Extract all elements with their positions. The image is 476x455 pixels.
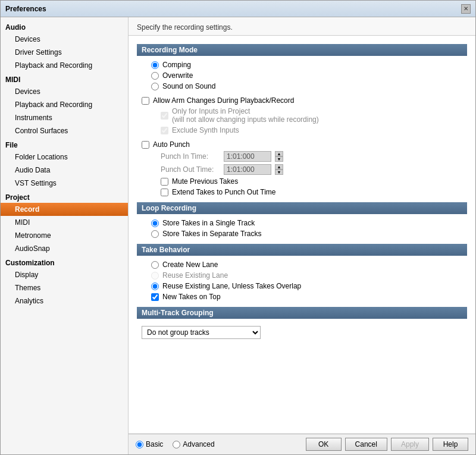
bottom-right: OK Cancel Apply Help — [306, 438, 468, 451]
sidebar-item-midi-instruments[interactable]: Instruments — [1, 111, 128, 124]
punch-in-up[interactable]: ▲ — [275, 151, 283, 156]
recording-mode-sound-on-sound-row: Sound on Sound — [137, 81, 467, 92]
punch-out-row: Punch Out Time: ▲ ▼ — [137, 163, 467, 176]
sidebar-item-custom-display[interactable]: Display — [1, 268, 128, 281]
auto-punch-checkbox[interactable] — [142, 141, 149, 149]
extend-takes-row: Extend Takes to Punch Out Time — [137, 187, 467, 197]
punch-in-row: Punch In Time: ▲ ▼ — [137, 150, 467, 163]
sidebar-item-midi-playback[interactable]: Playback and Recording — [1, 98, 128, 111]
only-inputs-row: Only for Inputs in Project (will not all… — [137, 106, 467, 125]
recording-mode-comping-row: Comping — [137, 59, 467, 70]
tb-new-lane-row: Create New Lane — [137, 259, 467, 270]
mute-prev-label[interactable]: Mute Previous Takes — [172, 177, 238, 186]
lr-single-row: Store Takes in a Single Track — [137, 218, 467, 228]
ok-button[interactable]: OK — [306, 438, 342, 451]
punch-in-label: Punch In Time: — [161, 152, 220, 161]
sidebar-item-project-audiosnap[interactable]: AudioSnap — [1, 242, 128, 255]
recording-mode-comping-radio[interactable] — [151, 61, 159, 69]
tb-reuse-unless-radio[interactable] — [151, 283, 159, 290]
recording-mode-sos-label[interactable]: Sound on Sound — [162, 82, 215, 90]
punch-out-spinner[interactable]: ▲ ▼ — [275, 164, 283, 175]
sidebar-group-audio: Audio — [1, 20, 128, 33]
punch-in-down[interactable]: ▼ — [275, 156, 283, 162]
lr-separate-label[interactable]: Store Takes in Separate Tracks — [162, 230, 262, 238]
cancel-button[interactable]: Cancel — [345, 438, 387, 451]
section-multi-track: Multi-Track Grouping — [137, 307, 467, 319]
basic-radio-label[interactable]: Basic — [136, 440, 163, 448]
bottom-bar: Basic Advanced OK Cancel Apply Help — [129, 434, 475, 454]
punch-out-label: Punch Out Time: — [161, 165, 220, 174]
sidebar-item-midi-devices[interactable]: Devices — [1, 85, 128, 98]
sidebar-item-file-audio[interactable]: Audio Data — [1, 164, 128, 177]
sidebar-item-audio-driver[interactable]: Driver Settings — [1, 46, 128, 59]
sidebar-group-customization: Customization — [1, 255, 128, 268]
group-tracks-row: Do not group tracks Group all tracks Gro… — [137, 322, 467, 341]
lr-single-radio[interactable] — [151, 219, 159, 227]
section-take-behavior: Take Behavior — [137, 244, 467, 256]
tb-reuse-unless-label[interactable]: Reuse Existing Lane, Unless Takes Overla… — [162, 282, 301, 290]
panel-description: Specify the recording settings. — [129, 17, 475, 36]
sidebar-item-project-midi[interactable]: MIDI — [1, 216, 128, 229]
only-inputs-checkbox — [161, 112, 168, 120]
punch-out-input[interactable] — [224, 164, 271, 175]
punch-out-down[interactable]: ▼ — [275, 170, 283, 175]
sidebar-item-audio-devices[interactable]: Devices — [1, 33, 128, 46]
exclude-synth-label: Exclude Synth Inputs — [172, 126, 239, 134]
extend-takes-label[interactable]: Extend Takes to Punch Out Time — [172, 188, 276, 196]
lr-separate-row: Store Takes in Separate Tracks — [137, 228, 467, 239]
allow-arm-checkbox[interactable] — [142, 97, 149, 105]
sidebar-item-custom-themes[interactable]: Themes — [1, 281, 128, 294]
sidebar-item-custom-analytics[interactable]: Analytics — [1, 294, 128, 307]
allow-arm-label[interactable]: Allow Arm Changes During Playback/Record — [153, 96, 294, 105]
auto-punch-row: Auto Punch — [137, 139, 467, 150]
advanced-label: Advanced — [183, 440, 214, 448]
basic-radio[interactable] — [136, 441, 143, 448]
recording-mode-overwrite-radio[interactable] — [151, 72, 159, 80]
lr-separate-radio[interactable] — [151, 230, 159, 238]
sidebar: Audio Devices Driver Settings Playback a… — [1, 17, 129, 454]
tb-reuse-lane-radio — [151, 272, 159, 280]
new-takes-top-label[interactable]: New Takes on Top — [162, 293, 221, 301]
punch-out-up[interactable]: ▲ — [275, 164, 283, 170]
section-recording-mode: Recording Mode — [137, 44, 467, 56]
recording-mode-sos-radio[interactable] — [151, 83, 159, 90]
panel-content: Recording Mode Comping Overwrite Sound o… — [129, 36, 475, 434]
advanced-radio-label[interactable]: Advanced — [173, 440, 214, 448]
main-panel: Specify the recording settings. Recordin… — [129, 17, 475, 454]
recording-mode-overwrite-label[interactable]: Overwrite — [162, 71, 193, 80]
sidebar-group-midi: MIDI — [1, 72, 128, 85]
mute-prev-row: Mute Previous Takes — [137, 176, 467, 187]
help-button[interactable]: Help — [433, 438, 468, 451]
sidebar-item-midi-control[interactable]: Control Surfaces — [1, 124, 128, 137]
only-inputs-label: Only for Inputs in Project (will not all… — [172, 107, 319, 124]
tb-new-lane-label[interactable]: Create New Lane — [162, 261, 218, 269]
sidebar-item-project-record[interactable]: Record — [1, 203, 128, 216]
sidebar-group-file: File — [1, 137, 128, 150]
close-button[interactable]: ✕ — [461, 4, 471, 14]
new-takes-top-row: New Takes on Top — [137, 291, 467, 302]
exclude-synth-row: Exclude Synth Inputs — [137, 125, 467, 136]
preferences-window: Preferences ✕ Audio Devices Driver Setti… — [0, 0, 476, 455]
sidebar-item-audio-playback[interactable]: Playback and Recording — [1, 59, 128, 72]
tb-reuse-unless-row: Reuse Existing Lane, Unless Takes Overla… — [137, 281, 467, 291]
exclude-synth-checkbox — [161, 127, 168, 134]
sidebar-item-file-folders[interactable]: Folder Locations — [1, 150, 128, 164]
advanced-radio[interactable] — [173, 441, 180, 448]
auto-punch-label[interactable]: Auto Punch — [153, 140, 190, 149]
mute-prev-checkbox[interactable] — [161, 178, 168, 186]
sidebar-item-file-vst[interactable]: VST Settings — [1, 177, 128, 190]
sidebar-item-project-metronome[interactable]: Metronome — [1, 229, 128, 242]
punch-in-input[interactable] — [224, 151, 271, 162]
new-takes-top-checkbox[interactable] — [151, 293, 159, 301]
tb-reuse-lane-row: Reuse Existing Lane — [137, 270, 467, 281]
recording-mode-comping-label[interactable]: Comping — [162, 61, 191, 69]
apply-button[interactable]: Apply — [391, 438, 429, 451]
lr-single-label[interactable]: Store Takes in a Single Track — [162, 219, 255, 227]
extend-takes-checkbox[interactable] — [161, 189, 168, 196]
window-title: Preferences — [5, 5, 46, 13]
tb-new-lane-radio[interactable] — [151, 261, 159, 269]
tb-reuse-lane-label: Reuse Existing Lane — [162, 271, 228, 280]
group-tracks-select[interactable]: Do not group tracks Group all tracks Gro… — [142, 326, 261, 339]
punch-in-spinner[interactable]: ▲ ▼ — [275, 151, 283, 162]
sidebar-group-project: Project — [1, 190, 128, 203]
